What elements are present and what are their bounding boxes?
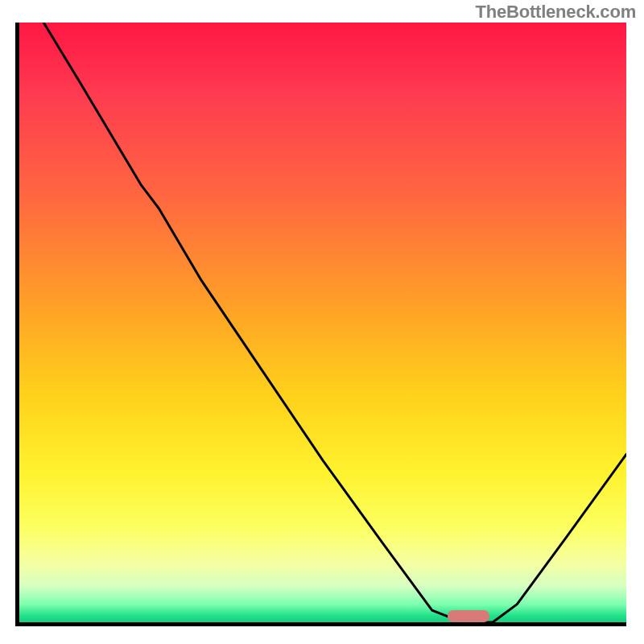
bottleneck-curve: [43, 23, 626, 622]
chart-container: TheBottleneck.com: [0, 0, 644, 644]
curve-layer: [19, 23, 626, 622]
watermark-label: TheBottleneck.com: [475, 2, 636, 23]
plot-frame: [15, 23, 626, 626]
optimal-range-marker: [448, 610, 490, 622]
